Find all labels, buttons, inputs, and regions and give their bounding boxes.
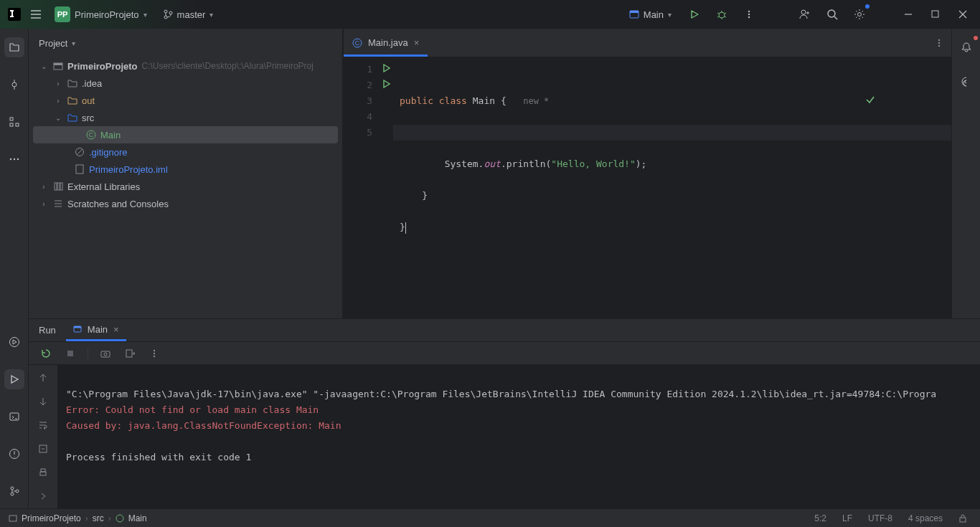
svg-rect-3 — [10, 16, 14, 17]
svg-point-22 — [13, 158, 14, 160]
structure-tool-button[interactable] — [4, 112, 24, 132]
expand-button[interactable] — [36, 489, 50, 503]
more-actions-button[interactable] — [739, 4, 759, 24]
window-minimize-button[interactable] — [898, 4, 918, 24]
swirl-icon — [961, 76, 972, 87]
inspection-status-icon[interactable] — [865, 63, 944, 136]
run-button[interactable] — [684, 4, 705, 24]
svg-rect-25 — [10, 413, 19, 420]
run-gutter-icon[interactable] — [382, 64, 391, 72]
close-icon[interactable]: × — [113, 324, 119, 335]
file-encoding[interactable]: UTF-8 — [864, 513, 897, 523]
rerun-button[interactable] — [39, 346, 53, 361]
svg-rect-36 — [55, 183, 57, 190]
tree-folder-idea[interactable]: › .idea — [29, 75, 342, 92]
settings-button[interactable] — [849, 4, 870, 24]
gear-icon — [854, 9, 865, 20]
project-tool-button[interactable] — [4, 37, 24, 57]
commit-tool-button[interactable] — [4, 75, 24, 95]
chevron-right-icon: › — [39, 183, 49, 191]
svg-rect-20 — [16, 123, 19, 126]
console-output[interactable]: "C:\Program Files\Java\jdk-17\bin\java.e… — [57, 365, 980, 508]
line-number: 1 — [367, 64, 372, 75]
project-panel: Project ▾ ⌄ PrimeiroProjeto C:\Users\cli… — [29, 29, 343, 318]
tree-folder-src[interactable]: ⌄ src — [29, 109, 342, 126]
tree-item-label: .idea — [82, 78, 102, 89]
left-tool-strip — [0, 29, 29, 508]
dump-threads-button[interactable] — [98, 346, 113, 361]
chevron-down-icon: ⌄ — [53, 114, 63, 122]
tree-folder-out[interactable]: › out — [29, 92, 342, 109]
main-menu-button[interactable] — [29, 7, 43, 22]
svg-point-14 — [828, 10, 835, 17]
search-everywhere-button[interactable] — [822, 4, 842, 24]
code-area[interactable]: public class Main { new * public static … — [391, 57, 951, 318]
project-panel-header[interactable]: Project ▾ — [29, 29, 342, 57]
chevron-down-icon: ▾ — [143, 11, 147, 19]
print-button[interactable] — [36, 465, 50, 479]
terminal-tool-button[interactable] — [4, 407, 24, 427]
debug-button[interactable] — [712, 4, 732, 24]
svg-point-52 — [154, 355, 155, 356]
crumb-label: PrimeiroProjeto — [22, 513, 81, 523]
notifications-button[interactable] — [956, 37, 976, 57]
svg-rect-46 — [67, 351, 73, 356]
crumb-label: src — [93, 513, 104, 523]
console-error-line: Error: Could not find or load main class… — [66, 404, 319, 415]
tree-file-main[interactable]: C Main — [33, 126, 338, 143]
tree-item-label: External Libraries — [67, 181, 140, 192]
tree-file-iml[interactable]: PrimeiroProjeto.iml — [29, 161, 342, 178]
run-tab-label: Main — [88, 324, 108, 335]
vcs-tool-button[interactable] — [4, 481, 24, 501]
run-gutter-icon[interactable] — [382, 80, 391, 88]
tree-file-gitignore[interactable]: .gitignore — [29, 143, 342, 161]
more-button[interactable] — [147, 346, 161, 361]
vcs-branch-selector[interactable]: master ▾ — [159, 6, 218, 23]
run-config-selector[interactable]: Main ▾ — [623, 7, 677, 22]
indent-status[interactable]: 4 spaces — [904, 513, 947, 523]
svg-rect-31 — [54, 63, 62, 65]
svg-point-11 — [748, 14, 750, 15]
editor-tab-label: Main.java — [368, 37, 408, 48]
tree-scratches[interactable]: › Scratches and Consoles — [29, 195, 342, 212]
svg-point-24 — [9, 338, 19, 347]
caret-position[interactable]: 5:2 — [810, 513, 831, 523]
tree-external-libraries[interactable]: › External Libraries — [29, 178, 342, 195]
project-tree[interactable]: ⌄ PrimeiroProjeto C:\Users\cliente\Deskt… — [29, 57, 342, 318]
services-tool-button[interactable] — [4, 332, 24, 352]
up-button[interactable] — [36, 371, 50, 384]
breadcrumb[interactable]: PrimeiroProjeto › src › Main — [9, 513, 147, 523]
ai-assistant-button[interactable] — [956, 72, 976, 92]
window-maximize-button[interactable] — [925, 4, 946, 24]
editor-tab-main[interactable]: C Main.java × — [344, 29, 428, 57]
run-tool-button[interactable] — [4, 369, 24, 389]
code-with-me-button[interactable] — [795, 4, 815, 24]
svg-rect-37 — [57, 183, 60, 190]
file-icon — [75, 164, 85, 174]
more-tool-button[interactable] — [4, 149, 24, 169]
tree-item-label: Main — [100, 130, 121, 141]
window-close-button[interactable] — [953, 4, 973, 24]
arrow-up-icon — [39, 374, 47, 382]
tree-root[interactable]: ⌄ PrimeiroProjeto C:\Users\cliente\Deskt… — [29, 57, 342, 75]
svg-rect-54 — [40, 472, 46, 475]
line-number: 4 — [367, 111, 372, 122]
exit-button[interactable] — [123, 346, 137, 361]
editor-body[interactable]: 1 2 3 4 5 public class Main { new * publ… — [344, 57, 951, 318]
problems-tool-button[interactable] — [4, 444, 24, 464]
svg-point-17 — [12, 82, 17, 87]
stop-button[interactable] — [63, 346, 77, 361]
line-separator[interactable]: LF — [838, 513, 857, 523]
close-icon[interactable]: × — [414, 37, 420, 48]
scroll-to-end-button[interactable] — [36, 442, 50, 455]
project-selector[interactable]: PP PrimeiroProjeto ▾ — [50, 4, 151, 25]
svg-rect-16 — [932, 11, 938, 17]
editor-more-button[interactable] — [927, 29, 951, 57]
readonly-toggle[interactable] — [954, 514, 971, 523]
line-number: 3 — [367, 95, 372, 106]
svg-point-13 — [801, 10, 806, 14]
run-tab-main[interactable]: Main × — [66, 319, 126, 341]
soft-wrap-button[interactable] — [36, 418, 50, 432]
down-button[interactable] — [36, 394, 50, 408]
chevron-right-icon: › — [53, 97, 63, 105]
